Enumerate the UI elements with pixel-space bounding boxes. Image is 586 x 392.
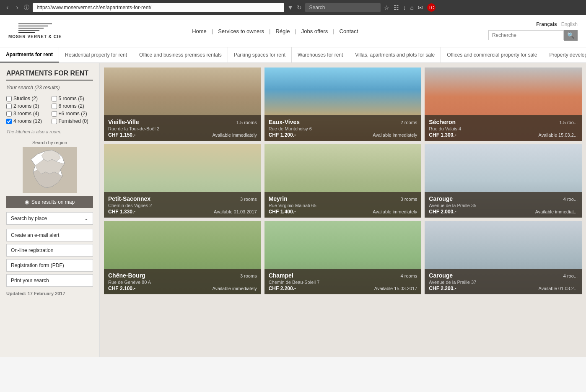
nav-jobs[interactable]: Jobs offers — [301, 28, 328, 34]
listing-availability: Available 15.03.2017 — [374, 286, 417, 291]
map-label: Search by region — [6, 140, 93, 145]
filter-5rooms[interactable]: 5 rooms (5) — [52, 96, 93, 101]
map-button[interactable]: ◉ See results on map — [6, 196, 93, 208]
search-input[interactable] — [488, 30, 564, 40]
filter-6rooms-checkbox[interactable] — [52, 104, 57, 109]
cat-office-rent[interactable]: Office and business premises rentals — [133, 47, 228, 62]
listing-address: Rue de Genève 80 A — [108, 280, 257, 285]
listing-card[interactable]: Carouge 4 roo... Avenue de la Praille 37… — [425, 221, 582, 294]
filter-6rooms[interactable]: 6 rooms (2) — [52, 103, 93, 109]
registration-form-button[interactable]: Registration form (PDF) — [6, 259, 93, 272]
lang-en[interactable]: English — [561, 21, 578, 27]
download-icon[interactable]: ↓ — [403, 4, 406, 11]
filter-furnished[interactable]: Furnished (0) — [52, 118, 93, 124]
chevron-down-icon: ⌄ — [84, 215, 88, 221]
main-layout: APARTMENTS FOR RENT Your search (23 resu… — [0, 63, 586, 357]
listing-address: Chemin des Vignes 2 — [108, 203, 257, 208]
listing-card[interactable]: Petit-Saconnex 3 rooms Chemin des Vignes… — [104, 144, 261, 218]
filter-plus6rooms[interactable]: +6 rooms (2) — [52, 111, 93, 117]
filter-3rooms-checkbox[interactable] — [6, 111, 12, 117]
filter-plus6rooms-checkbox[interactable] — [52, 111, 57, 117]
listing-card[interactable]: Champel 4 rooms Chemin de Beau-Soleil 7 … — [264, 221, 422, 294]
filter-2rooms[interactable]: 2 rooms (3) — [6, 103, 48, 109]
map-svg[interactable] — [6, 147, 93, 193]
listing-availability: Available immediately — [373, 209, 417, 214]
listing-overlay: Petit-Saconnex 3 rooms Chemin des Vignes… — [104, 192, 261, 218]
listing-availability: Available 15.03.2... — [539, 132, 578, 138]
filter-note: The kitchen is also a room. — [6, 129, 93, 134]
search-box: 🔍 — [488, 30, 578, 41]
listings-area: Vieille-Ville 1.5 rooms Rue de la Tour-d… — [100, 63, 586, 357]
forward-button[interactable]: › — [14, 3, 20, 12]
cat-property-dev[interactable]: Property development — [543, 47, 586, 62]
nav-contact[interactable]: Contact — [340, 28, 358, 34]
search-summary: Your search (23 results) — [6, 85, 93, 91]
logo-line-3 — [18, 28, 44, 29]
reader-icon[interactable]: ☷ — [394, 4, 399, 11]
listing-overlay: Chêne-Bourg 3 rooms Rue de Genève 80 A C… — [104, 269, 261, 294]
listing-overlay: Carouge 4 roo... Avenue de la Praille 37… — [425, 269, 582, 294]
listing-address: Rue du Valais 4 — [429, 126, 578, 131]
lang-fr[interactable]: Français — [536, 21, 557, 27]
listing-card[interactable]: Sécheron 1.5 roo... Rue du Valais 4 CHF … — [425, 67, 582, 141]
nav-regie[interactable]: Régie — [275, 28, 290, 34]
listing-name: Petit-Saconnex — [108, 195, 150, 202]
listing-name: Carouge — [429, 195, 453, 202]
filter-3rooms[interactable]: 3 rooms (4) — [6, 111, 48, 117]
filter-5rooms-checkbox[interactable] — [52, 96, 57, 101]
listing-rooms: 3 rooms — [240, 197, 257, 202]
listing-price: CHF 1.150.- — [108, 132, 135, 138]
back-button[interactable]: ‹ — [4, 3, 10, 12]
search-button[interactable]: 🔍 — [564, 30, 578, 41]
logo[interactable]: MOSER VERNET & CIE — [8, 23, 62, 39]
listing-rooms: 3 rooms — [240, 273, 257, 278]
cat-apartments-rent[interactable]: Apartments for rent — [0, 47, 59, 62]
print-search-button[interactable]: Print your search — [6, 274, 93, 287]
email-alert-button[interactable]: Create an e-mail alert — [6, 229, 93, 241]
site-header: MOSER VERNET & CIE Home | Services to ow… — [0, 15, 586, 47]
bookmark-icon[interactable]: ☆ — [384, 4, 389, 11]
browser-search-bar[interactable]: Search — [305, 3, 381, 12]
listing-card[interactable]: Meyrin 3 rooms Rue Virginio-Malnati 65 C… — [264, 144, 422, 218]
cat-offices-sale[interactable]: Offices and commercial property for sale — [441, 47, 543, 62]
filter-2rooms-checkbox[interactable] — [6, 104, 12, 109]
info-icon: ⓘ — [24, 4, 29, 11]
cat-villas-sale[interactable]: Villas, apartments and plots for sale — [349, 47, 441, 62]
profile-icon[interactable]: LC — [427, 3, 436, 12]
location-icon: ◉ — [25, 199, 29, 205]
listing-address: Rue de Montchoisy 6 — [269, 126, 417, 131]
filter-studios-checkbox[interactable] — [6, 96, 12, 101]
url-bar[interactable]: https://www.moservernet.ch/en/apartments… — [33, 3, 284, 12]
nav-services[interactable]: Services to owners — [218, 28, 264, 34]
listing-address: Chemin de Beau-Soleil 7 — [269, 280, 417, 285]
place-search-dropdown[interactable]: Search by place ⌄ — [6, 212, 93, 225]
listing-card[interactable]: Eaux-Vives 2 rooms Rue de Montchoisy 6 C… — [264, 67, 422, 141]
listing-card[interactable]: Chêne-Bourg 3 rooms Rue de Genève 80 A C… — [104, 221, 261, 294]
listing-availability: Available immediately — [212, 286, 257, 291]
map-area: Search by region ◉ See results on map — [6, 140, 93, 208]
listing-price: CHF 1.200.- — [269, 132, 296, 138]
filter-4rooms[interactable]: 4 rooms (12) — [6, 118, 48, 124]
filter-furnished-checkbox[interactable] — [52, 119, 57, 124]
listing-rooms: 1.5 roo... — [560, 120, 578, 125]
mail-icon[interactable]: ✉ — [418, 4, 423, 11]
cat-warehouses-rent[interactable]: Warehouses for rent — [292, 47, 349, 62]
cat-residential-rent[interactable]: Residential property for rent — [59, 47, 133, 62]
listing-rooms: 4 roo... — [563, 273, 578, 278]
listing-card[interactable]: Vieille-Ville 1.5 rooms Rue de la Tour-d… — [104, 67, 261, 141]
listing-price: CHF 2.200.- — [269, 286, 296, 291]
cat-parking-rent[interactable]: Parking spaces for rent — [228, 47, 292, 62]
dropdown-icon[interactable]: ▼ — [288, 4, 293, 11]
refresh-icon[interactable]: ↻ — [297, 4, 302, 11]
listing-name: Sécheron — [429, 119, 456, 125]
listing-price: CHF 1.400.- — [269, 209, 296, 215]
nav-home[interactable]: Home — [192, 28, 207, 34]
filter-4rooms-checkbox[interactable] — [6, 119, 12, 124]
sidebar: APARTMENTS FOR RENT Your search (23 resu… — [0, 63, 100, 357]
filter-studios[interactable]: Studios (2) — [6, 96, 48, 101]
lang-search: Français English 🔍 — [488, 21, 578, 41]
logo-lines — [18, 23, 52, 33]
online-registration-button[interactable]: On-line registration — [6, 244, 93, 257]
home-icon[interactable]: ⌂ — [410, 4, 414, 11]
listing-card[interactable]: Carouge 4 roo... Avenue de la Praille 35… — [425, 144, 582, 218]
